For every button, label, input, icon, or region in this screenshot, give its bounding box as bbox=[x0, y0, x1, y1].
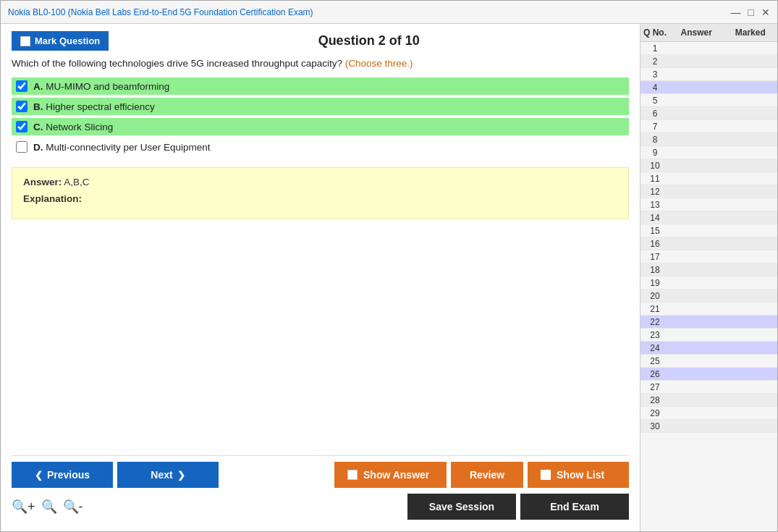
sidebar-cell-num: 4 bbox=[640, 83, 669, 93]
review-label: Review bbox=[470, 469, 504, 481]
question-text: Which of the following technologies driv… bbox=[12, 58, 629, 69]
answer-label: Answer: bbox=[23, 177, 62, 187]
save-session-button[interactable]: Save Session bbox=[407, 494, 516, 520]
sidebar-cell-num: 17 bbox=[640, 252, 669, 262]
previous-button[interactable]: ❮ Previous bbox=[12, 462, 113, 488]
sidebar-cell-num: 28 bbox=[640, 395, 669, 405]
sidebar-cell-num: 20 bbox=[640, 291, 669, 301]
zoom-out-icon[interactable]: 🔍- bbox=[63, 499, 83, 515]
sidebar-cell-num: 10 bbox=[640, 161, 669, 171]
content-area: Mark Question Question 2 of 10 Which of … bbox=[1, 24, 777, 531]
window-controls: — □ ✕ bbox=[731, 7, 770, 18]
sidebar-row[interactable]: 28 bbox=[640, 394, 777, 407]
mark-question-button[interactable]: Mark Question bbox=[12, 31, 109, 51]
sidebar-row[interactable]: 12 bbox=[640, 185, 777, 198]
sidebar-cell-num: 21 bbox=[640, 304, 669, 314]
sidebar-row[interactable]: 26 bbox=[640, 368, 777, 381]
sidebar-row[interactable]: 11 bbox=[640, 172, 777, 185]
sidebar-row[interactable]: 2 bbox=[640, 55, 777, 68]
answers-list: A. MU-MIMO and beamforming B. Higher spe… bbox=[12, 77, 629, 159]
sidebar-cell-num: 7 bbox=[640, 122, 669, 132]
review-button[interactable]: Review bbox=[451, 462, 523, 488]
answer-item-c[interactable]: C. Network Slicing bbox=[12, 118, 629, 135]
answer-checkbox-d[interactable] bbox=[16, 141, 28, 153]
previous-label: Previous bbox=[47, 469, 90, 481]
sidebar-row[interactable]: 29 bbox=[640, 407, 777, 420]
sidebar-row[interactable]: 30 bbox=[640, 420, 777, 433]
sidebar-list[interactable]: 1 2 3 4 5 6 7 8 9 10 11 bbox=[640, 42, 777, 531]
answer-text-d: D. Multi-connectivity per User Equipment bbox=[33, 142, 211, 153]
answer-checkbox-a[interactable] bbox=[16, 80, 28, 92]
close-icon[interactable]: ✕ bbox=[761, 7, 770, 18]
title-bar: Nokia BL0-100 (Nokia Bell Labs End-to-En… bbox=[1, 1, 777, 24]
mark-question-label: Mark Question bbox=[35, 35, 100, 46]
sidebar-cell-num: 27 bbox=[640, 382, 669, 392]
choose-hint: (Choose three.) bbox=[345, 58, 413, 69]
sidebar-cell-num: 19 bbox=[640, 278, 669, 288]
sidebar-row[interactable]: 5 bbox=[640, 94, 777, 107]
sidebar-row[interactable]: 14 bbox=[640, 211, 777, 224]
main-panel: Mark Question Question 2 of 10 Which of … bbox=[1, 24, 640, 531]
sidebar-header-qno: Q No. bbox=[640, 24, 669, 41]
sidebar-cell-num: 12 bbox=[640, 187, 669, 197]
sidebar-cell-num: 14 bbox=[640, 213, 669, 223]
save-session-label: Save Session bbox=[429, 501, 494, 512]
sidebar-cell-num: 8 bbox=[640, 135, 669, 145]
next-arrow-icon: ❯ bbox=[177, 470, 185, 481]
sidebar-row[interactable]: 18 bbox=[640, 263, 777, 276]
sidebar-row[interactable]: 27 bbox=[640, 381, 777, 394]
sidebar-row[interactable]: 6 bbox=[640, 107, 777, 120]
sidebar-cell-num: 16 bbox=[640, 239, 669, 249]
maximize-icon[interactable]: □ bbox=[748, 7, 754, 18]
end-exam-label: End Exam bbox=[550, 501, 599, 512]
sidebar-cell-num: 6 bbox=[640, 109, 669, 119]
sidebar-row[interactable]: 8 bbox=[640, 133, 777, 146]
sidebar-row[interactable]: 16 bbox=[640, 237, 777, 250]
sidebar-row[interactable]: 19 bbox=[640, 276, 777, 290]
previous-arrow-icon: ❮ bbox=[35, 470, 43, 481]
next-button[interactable]: Next ❯ bbox=[117, 462, 219, 488]
sidebar-row[interactable]: 7 bbox=[640, 120, 777, 133]
answer-text-c: C. Network Slicing bbox=[33, 122, 113, 132]
answer-checkbox-c[interactable] bbox=[16, 121, 28, 132]
sidebar-cell-num: 23 bbox=[640, 330, 669, 340]
sidebar-row[interactable]: 21 bbox=[640, 303, 777, 316]
zoom-in-icon[interactable]: 🔍+ bbox=[12, 499, 35, 515]
sidebar-row[interactable]: 3 bbox=[640, 68, 777, 81]
sidebar-header-marked: Marked bbox=[724, 24, 778, 41]
sidebar-row[interactable]: 17 bbox=[640, 250, 777, 263]
toolbar: Mark Question Question 2 of 10 bbox=[12, 31, 629, 51]
answer-item-b[interactable]: B. Higher spectral efficiency bbox=[12, 98, 629, 115]
sidebar-row[interactable]: 15 bbox=[640, 224, 777, 237]
show-answer-button[interactable]: Show Answer bbox=[334, 462, 447, 488]
show-list-icon: ☑ bbox=[541, 470, 551, 480]
bottom-controls: ❮ Previous Next ❯ Show Answer Review ☑ bbox=[12, 455, 629, 491]
session-buttons: Save Session End Exam bbox=[407, 494, 629, 520]
next-label: Next bbox=[151, 469, 172, 481]
show-list-button[interactable]: ☑ Show List bbox=[528, 462, 629, 488]
sidebar: Q No. Answer Marked 1 2 3 4 5 6 7 bbox=[640, 24, 777, 531]
end-exam-button[interactable]: End Exam bbox=[520, 494, 629, 520]
answer-checkbox-b[interactable] bbox=[16, 101, 28, 112]
sidebar-row[interactable]: 10 bbox=[640, 159, 777, 172]
sidebar-cell-num: 15 bbox=[640, 226, 669, 236]
explanation-label: Explanation: bbox=[23, 193, 82, 204]
sidebar-row[interactable]: 4 bbox=[640, 81, 777, 94]
sidebar-row[interactable]: 22 bbox=[640, 316, 777, 329]
sidebar-header: Q No. Answer Marked bbox=[640, 24, 777, 42]
answer-item-d[interactable]: D. Multi-connectivity per User Equipment bbox=[12, 138, 629, 156]
zoom-reset-icon[interactable]: 🔍 bbox=[41, 499, 57, 515]
sidebar-row[interactable]: 13 bbox=[640, 198, 777, 211]
minimize-icon[interactable]: — bbox=[731, 7, 741, 18]
sidebar-row[interactable]: 1 bbox=[640, 42, 777, 55]
sidebar-row[interactable]: 20 bbox=[640, 290, 777, 303]
sidebar-row[interactable]: 9 bbox=[640, 146, 777, 159]
sidebar-cell-num: 29 bbox=[640, 408, 669, 418]
explanation-line: Explanation: bbox=[23, 193, 617, 204]
zoom-controls: 🔍+ 🔍 🔍- bbox=[12, 499, 83, 515]
answer-item-a[interactable]: A. MU-MIMO and beamforming bbox=[12, 77, 629, 95]
window-title: Nokia BL0-100 (Nokia Bell Labs End-to-En… bbox=[8, 7, 313, 17]
sidebar-row[interactable]: 25 bbox=[640, 355, 777, 368]
sidebar-row[interactable]: 24 bbox=[640, 342, 777, 355]
sidebar-row[interactable]: 23 bbox=[640, 329, 777, 342]
